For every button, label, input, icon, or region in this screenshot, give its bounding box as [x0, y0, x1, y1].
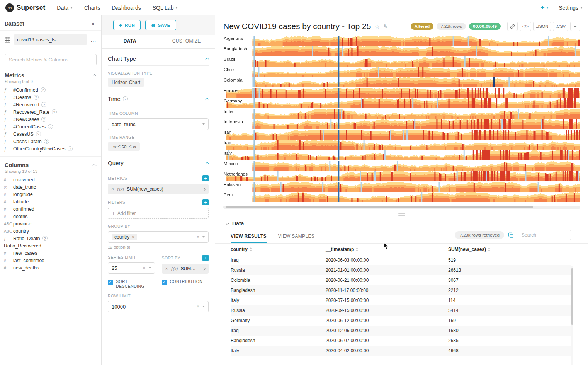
column-item[interactable]: ◷ date_trunc — [0, 183, 101, 191]
export-csv-button[interactable]: .CSV — [553, 22, 568, 31]
superset-brand[interactable]: ∞ Superset — [5, 3, 45, 12]
sort-icon[interactable] — [250, 247, 252, 251]
search-metrics-columns-input[interactable] — [5, 54, 97, 65]
table-row[interactable]: Bangladesh 2020-11-17 00:00:00 2212 — [231, 285, 571, 295]
add-filter-plus-button[interactable]: + — [202, 199, 209, 205]
metric-item[interactable]: ƒ Cases Latam ? — [0, 138, 101, 145]
help-icon[interactable]: ? — [68, 146, 73, 151]
clear-icon[interactable]: × — [197, 234, 199, 240]
help-icon[interactable]: ? — [41, 117, 46, 122]
time-column-select[interactable]: date_trunc — [108, 118, 209, 130]
sort-descending-checkbox[interactable]: SORT DESCENDING — [108, 279, 155, 288]
column-item[interactable]: # longitude — [0, 191, 101, 198]
horizon-row[interactable]: Argentina — [223, 36, 580, 46]
remove-metric-icon[interactable]: × — [111, 186, 114, 192]
metric-item[interactable]: ƒ #Deaths ? — [0, 94, 101, 101]
add-metric-button[interactable]: + — [202, 175, 209, 181]
sort-icon[interactable] — [488, 247, 490, 251]
horizon-row[interactable]: Pakistan — [223, 182, 580, 192]
metric-option[interactable]: × ƒ(x) SUM(new_cases) — [108, 184, 209, 194]
group-by-select[interactable]: country × × — [108, 231, 209, 243]
column-item[interactable]: ABC province — [0, 220, 101, 227]
add-sort-by-button[interactable]: + — [202, 255, 209, 261]
table-row[interactable]: Bangladesh 2020-06-07 00:00:00 2635 — [231, 336, 571, 346]
column-item[interactable]: # latitude — [0, 198, 101, 205]
help-icon[interactable]: ? — [52, 109, 57, 114]
help-icon[interactable]: ? — [42, 236, 48, 241]
favorite-star-icon[interactable]: ☆ — [374, 24, 379, 29]
viz-type-value[interactable]: Horizon Chart — [108, 78, 144, 87]
group-by-tag[interactable]: country × — [112, 234, 137, 240]
section-chart-type[interactable]: Chart Type — [108, 49, 209, 66]
table-row[interactable]: Iraq 2020-12-06 00:00:00 1680 — [231, 326, 571, 336]
section-time[interactable]: Time i — [108, 90, 209, 106]
dataset-name[interactable]: covid19.cases_ts — [14, 34, 87, 45]
horizon-row[interactable]: Germany — [223, 98, 580, 109]
column-item[interactable]: # last_confirmed — [0, 257, 101, 264]
table-row[interactable]: Colombia 2020-06-21 00:00:00 3067 — [231, 275, 571, 285]
metric-item[interactable]: ƒ #Confirmed ? — [0, 86, 101, 94]
horizon-row[interactable]: Peru — [223, 192, 580, 203]
chevron-right-icon[interactable] — [202, 187, 206, 191]
add-filter-dropzone[interactable]: + Add filter — [108, 208, 209, 219]
column-header-timestamp[interactable]: __timestamp — [326, 247, 448, 252]
navbar-menu-item[interactable]: Dashboards — [112, 5, 141, 11]
checkbox-checked-icon[interactable] — [162, 280, 167, 285]
section-query[interactable]: Query — [108, 154, 209, 170]
horizon-row[interactable]: France — [223, 88, 580, 98]
horizon-row[interactable]: Bangladesh — [223, 46, 580, 56]
scrollbar-thumb[interactable] — [571, 268, 573, 325]
edit-properties-icon[interactable]: ✎ — [383, 24, 388, 29]
horizon-row[interactable]: Indonesia — [223, 119, 580, 130]
metric-item[interactable]: ƒ #Recovered ? — [0, 101, 101, 108]
metric-item[interactable]: ƒ CasesUS ? — [0, 130, 101, 138]
horizon-row[interactable]: Brazil — [223, 56, 580, 67]
horizon-row[interactable]: Mexico — [223, 161, 580, 171]
series-limit-select[interactable]: 25 × — [108, 262, 155, 274]
navbar-menu-item[interactable]: Charts — [84, 5, 100, 11]
tab-data[interactable]: DATA — [102, 35, 158, 48]
horizon-row[interactable]: Iraq — [223, 140, 580, 150]
metric-item[interactable]: ƒ OtherCountryNewCases ? — [0, 145, 101, 152]
checkbox-checked-icon[interactable] — [108, 280, 113, 285]
time-range-value[interactable]: -∞ ≤ col < ∞ — [108, 142, 140, 151]
run-button[interactable]: RUN — [113, 20, 141, 30]
column-item[interactable]: Ratio_Recovered — [0, 242, 101, 249]
results-vertical-scrollbar[interactable] — [571, 266, 573, 365]
metrics-section-header[interactable]: Metrics — [0, 70, 101, 78]
horizon-row[interactable]: Iran — [223, 130, 580, 140]
horizon-chart[interactable]: Argentina Bangladesh Brazil Chile Colomb… — [223, 36, 580, 203]
metric-item[interactable]: ƒ Recovered_Rate ? — [0, 108, 101, 116]
results-panel-toggle[interactable]: Data — [215, 218, 588, 228]
metric-item[interactable]: ƒ #NewCases ? — [0, 116, 101, 123]
altered-badge[interactable]: Altered — [411, 23, 434, 30]
results-search-input[interactable] — [518, 230, 571, 240]
column-item[interactable]: # confirmed — [0, 205, 101, 213]
column-item[interactable]: ABC country — [0, 227, 101, 235]
remove-tag-icon[interactable]: × — [132, 235, 134, 239]
table-row[interactable]: Italy 2020-07-15 00:00:00 114 — [231, 295, 571, 305]
table-row[interactable]: Germany 2020-06-12 00:00:00 169 — [231, 316, 571, 326]
chart-horizontal-scrollbar[interactable] — [223, 206, 580, 209]
chevron-right-icon[interactable] — [202, 267, 206, 271]
column-header-country[interactable]: country — [231, 247, 326, 252]
embed-code-button[interactable]: </> — [520, 22, 531, 31]
help-icon[interactable]: ? — [34, 95, 39, 100]
horizon-row[interactable]: Chile — [223, 67, 580, 77]
sort-by-option[interactable]: × ƒ(x) SUM(new_cases) — [162, 264, 209, 274]
help-icon[interactable]: ? — [48, 124, 53, 129]
row-limit-select[interactable]: 10000 × — [108, 301, 209, 312]
table-row[interactable]: Russia 2020-09-15 00:00:00 5414 — [231, 305, 571, 316]
column-item[interactable]: # recovered — [0, 176, 101, 183]
clear-icon[interactable]: × — [197, 304, 199, 309]
horizon-row[interactable]: Colombia — [223, 77, 580, 88]
navbar-menu-item[interactable]: Data — [57, 5, 73, 11]
column-item[interactable]: # new_cases — [0, 249, 101, 257]
sort-icon[interactable] — [356, 247, 358, 251]
table-row[interactable]: Italy 2020-04-02 00:00:00 4668 — [231, 346, 571, 356]
scrollbar-thumb[interactable] — [226, 206, 533, 208]
help-icon[interactable]: ? — [41, 102, 46, 107]
contribution-checkbox[interactable]: CONTRIBUTION — [162, 279, 209, 288]
tab-view-samples[interactable]: VIEW SAMPLES — [278, 230, 314, 243]
copy-link-button[interactable] — [507, 22, 518, 31]
